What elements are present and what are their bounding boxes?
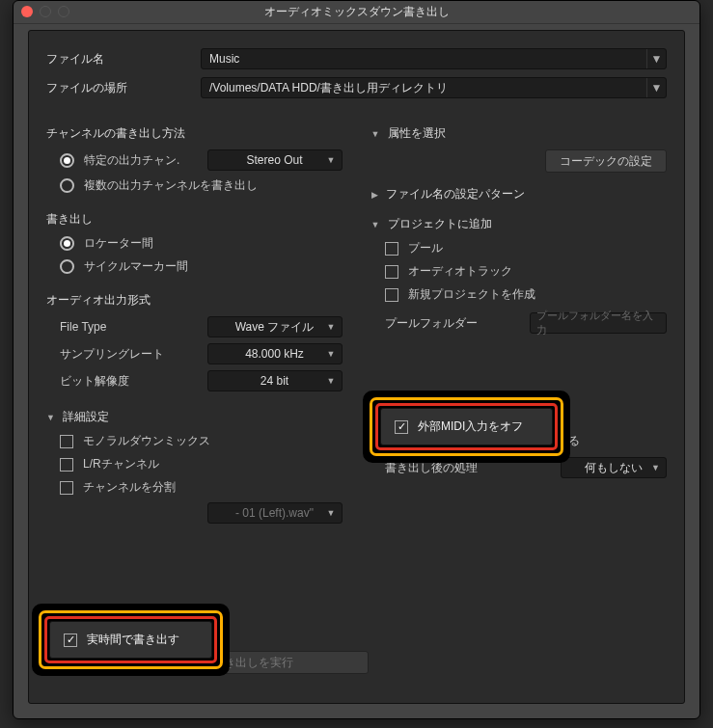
mono-downmix-label: モノラルダウンミックス — [83, 433, 210, 449]
chevron-down-icon: ▼ — [327, 155, 336, 165]
post-process-select[interactable]: 何もしない ▼ — [561, 457, 667, 478]
filename-pattern-heading[interactable]: ファイル名の設定パターン — [371, 186, 668, 202]
lr-channel-checkbox[interactable] — [60, 458, 73, 472]
close-icon[interactable] — [21, 6, 33, 17]
sample-rate-select[interactable]: 48.000 kHz ▼ — [207, 343, 343, 364]
add-to-project-heading[interactable]: プロジェクトに追加 — [371, 216, 668, 232]
chevron-down-icon[interactable]: ▼ — [646, 78, 666, 97]
chevron-down-icon: ▼ — [327, 376, 336, 386]
export-heading: 書き出し — [46, 211, 343, 228]
locator-radio[interactable] — [60, 236, 74, 251]
audio-track-label: オーディオトラック — [408, 263, 512, 280]
specific-channel-radio[interactable] — [60, 153, 74, 168]
path-input[interactable]: /Volumes/DATA HDD/書き出し用ディレクトリ ▼ — [201, 77, 667, 98]
bit-depth-select[interactable]: 24 bit ▼ — [207, 370, 343, 391]
pool-label: プール — [408, 240, 443, 256]
lr-channel-label: L/Rチャンネル — [83, 456, 159, 472]
pool-folder-label: プールフォルダー — [385, 315, 530, 332]
channel-method-heading: チャンネルの書き出し方法 — [46, 125, 343, 142]
split-channel-label: チャンネルを分割 — [83, 479, 176, 496]
cycle-marker-label: サイクルマーカー間 — [84, 258, 188, 275]
filename-input[interactable]: Music ▼ — [201, 48, 667, 69]
path-label: ファイルの場所 — [46, 80, 201, 96]
specific-channel-label: 特定の出力チャン. — [84, 152, 179, 169]
file-type-select[interactable]: Wave ファイル ▼ — [207, 316, 343, 337]
attributes-heading[interactable]: 属性を選択 — [371, 125, 668, 142]
advanced-heading[interactable]: 詳細設定 — [46, 409, 343, 425]
sample-rate-label: サンプリングレート — [60, 346, 205, 363]
new-project-label: 新規プロジェクトを作成 — [408, 286, 535, 303]
chevron-down-icon: ▼ — [651, 463, 660, 472]
split-channel-checkbox[interactable] — [60, 481, 73, 495]
titlebar: オーディオミックスダウン書き出し — [14, 1, 699, 24]
chevron-down-icon: ▼ — [327, 508, 336, 518]
output-channel-select[interactable]: Stereo Out ▼ — [207, 149, 343, 171]
realtime-checkbox[interactable] — [64, 634, 77, 647]
locator-label: ロケーター間 — [84, 235, 153, 252]
realtime-label: 実時間で書き出す — [87, 632, 179, 648]
minimize-icon — [40, 6, 51, 17]
ext-midi-off-checkbox[interactable] — [395, 420, 408, 434]
multi-channel-radio[interactable] — [60, 178, 74, 193]
window-title: オーディオミックスダウン書き出し — [14, 4, 699, 20]
codec-settings-button[interactable]: コーデックの設定 — [545, 149, 667, 173]
pool-folder-input[interactable]: プールフォルダー名を入力 — [530, 312, 668, 334]
chevron-down-icon: ▼ — [327, 322, 336, 332]
pool-checkbox[interactable] — [385, 242, 398, 256]
split-filename-select[interactable]: - 01 (Left).wav" ▼ — [207, 502, 343, 524]
filename-label: ファイル名 — [46, 51, 201, 67]
highlight-realtime: 実時間で書き出す — [32, 604, 230, 676]
mono-downmix-checkbox[interactable] — [60, 435, 73, 448]
zoom-icon — [58, 6, 69, 17]
audio-format-heading: オーディオ出力形式 — [46, 292, 343, 309]
chevron-down-icon[interactable]: ▼ — [646, 49, 666, 68]
ext-midi-off-label: 外部MIDI入力をオフ — [418, 418, 523, 435]
multi-channel-label: 複数の出力チャンネルを書き出し — [84, 177, 258, 194]
file-type-label: File Type — [60, 320, 205, 334]
highlight-ext-midi: 外部MIDI入力をオフ — [363, 391, 570, 463]
audio-track-checkbox[interactable] — [385, 265, 398, 279]
new-project-checkbox[interactable] — [385, 288, 398, 302]
cycle-marker-radio[interactable] — [60, 259, 74, 274]
chevron-down-icon: ▼ — [327, 349, 336, 359]
bit-depth-label: ビット解像度 — [60, 373, 205, 390]
